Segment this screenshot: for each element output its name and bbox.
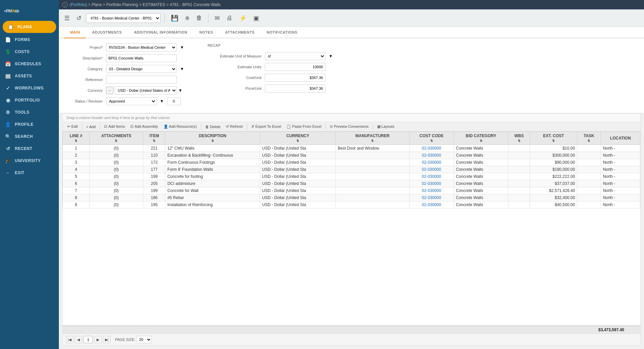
pagination: |◀ ◀ ▶ ▶| PAGE SIZE: 20 50 100 [63, 334, 640, 345]
sidebar-item-profile[interactable]: 👤 PROFILE [0, 118, 59, 130]
table-row[interactable]: 4 (0) 177 Form 8' Foundation Walls USD -… [63, 166, 640, 173]
sidebar-item-exit[interactable]: ← EXIT [0, 167, 59, 179]
cube-button[interactable]: ▣ [251, 13, 261, 23]
table-row[interactable]: 6 (0) 205 DCI addmixture USD - Dollar (U… [63, 180, 640, 187]
table-row[interactable]: 1 (0) 221 12" CMU Walls USD - Dollar (Un… [63, 145, 640, 152]
print-button[interactable]: 🖨 [224, 13, 235, 23]
cost-per-unit-input[interactable] [265, 74, 325, 82]
export-excel-button[interactable]: ✗ Export To Excel [249, 123, 283, 130]
sidebar-item-university[interactable]: 🎓 UNIVERSITY [0, 155, 59, 167]
status-label: Status / Revision [66, 99, 103, 103]
sidebar-item-portfolio[interactable]: ◉ PORTFOLIO [0, 94, 59, 106]
reference-input[interactable] [106, 76, 177, 84]
cell-currency: USD - Dollar (United Sta [260, 180, 336, 187]
page-size-select[interactable]: 20 50 100 [137, 336, 152, 343]
tab-additional-info[interactable]: ADDITIONAL INFORMATION [128, 27, 193, 38]
email-button[interactable]: ✉ [213, 13, 222, 23]
cell-currency: USD - Dollar (United Sta [260, 173, 336, 180]
sidebar-item-assets[interactable]: 🏢 ASSETS [0, 70, 59, 82]
cell-currency: USD - Dollar (United Sta [260, 201, 336, 208]
page-next-button[interactable]: ▶ [94, 336, 102, 343]
add-row-button[interactable]: + Add [84, 124, 98, 130]
cell-description: Form 8' Foundation Walls [165, 166, 260, 173]
portfolio-icon: ◉ [5, 98, 11, 103]
table-row[interactable]: 5 (0) 199 Concrete for footing USD - Dol… [63, 173, 640, 180]
breadcrumb-portfolio-link[interactable]: (Portfolio) [70, 2, 87, 7]
sidebar-item-search[interactable]: 🔍 SEARCH [0, 130, 59, 143]
currency-label: Currency [66, 88, 103, 92]
add-resource-button[interactable]: 👤 Add Resource(s) [162, 123, 199, 130]
add-items-button[interactable]: ☑ Add Items [102, 123, 127, 130]
sidebar-item-tools[interactable]: ⚙ TOOLS [0, 106, 59, 118]
category-label: Category [66, 67, 103, 71]
add-assembly-button[interactable]: ☑ Add Assembly [128, 123, 160, 130]
cell-task [577, 194, 601, 201]
status-select[interactable]: Approved [106, 97, 156, 105]
cell-location: North - [601, 194, 640, 201]
cell-description: 12" CMU Walls [165, 145, 260, 152]
tab-adjustments[interactable]: ADJUSTMENTS [86, 27, 128, 38]
undo-button[interactable]: ↺ [74, 13, 83, 23]
cell-item: 221 [143, 145, 165, 152]
project-selector[interactable]: 4781 - Boston Medical Center - BP01 [86, 13, 160, 23]
description-input[interactable] [106, 54, 177, 62]
delete-button[interactable]: 🗑 [194, 13, 204, 23]
estimate-units-input[interactable] [265, 63, 325, 71]
cell-wbs [508, 152, 530, 159]
cell-task [577, 201, 601, 208]
sidebar-item-forms[interactable]: 📄 FORMS [0, 34, 59, 46]
estimate-uom-select[interactable]: sf [265, 52, 325, 60]
price-per-unit-label: Price/Unit [208, 86, 261, 90]
table-row[interactable]: 2 (0) 110 Excavation & Backfilling- Cont… [63, 152, 640, 159]
refresh-button[interactable]: ↺ Refresh [224, 123, 245, 130]
table-row[interactable]: 8 (0) 186 #5 Rebar USD - Dollar (United … [63, 194, 640, 201]
layouts-button[interactable]: ▦ Layouts [375, 123, 397, 130]
sidebar-item-costs[interactable]: 💲 COSTS [0, 46, 59, 58]
table-row[interactable]: 9 (0) 195 Installation of Reinforcing US… [63, 201, 640, 208]
recent-icon: ↺ [5, 146, 11, 151]
save-button[interactable]: 💾 [169, 13, 180, 23]
page-prev-button[interactable]: ◀ [75, 336, 82, 343]
tab-notes[interactable]: NOTES [193, 27, 219, 38]
revision-input[interactable] [167, 97, 181, 105]
cell-item: 186 [143, 194, 165, 201]
menu-button[interactable]: ☰ [62, 13, 72, 23]
assets-icon: 🏢 [5, 73, 11, 79]
info-icon[interactable]: i [62, 2, 68, 7]
tab-notifications[interactable]: NOTIFICATIONS [261, 27, 303, 38]
table-header-row: LINE #⇅ ATTACHMENTS⇅ ITEM⇅ DESCRIPTION⇅ … [63, 132, 640, 145]
page-first-button[interactable]: |◀ [66, 336, 73, 343]
sidebar-item-recent[interactable]: ↺ RECENT [0, 143, 59, 155]
estimate-units-label: Estimate Units [208, 65, 261, 69]
page-current-input[interactable] [83, 336, 93, 343]
cell-wbs [508, 194, 530, 201]
edit-button[interactable]: ✏ Edit [65, 123, 80, 130]
lightning-button[interactable]: ⚡ [237, 13, 249, 23]
tab-main[interactable]: MAIN [64, 27, 86, 38]
add-button[interactable]: ⊕ [183, 13, 191, 23]
table-row[interactable]: 7 (0) 199 Concrete for Wall USD - Dollar… [63, 187, 640, 194]
cell-manufacturer [335, 159, 409, 166]
table-row[interactable]: 3 (0) 172 Form Continuous Footings USD -… [63, 159, 640, 166]
project-select[interactable]: RVS0104 - Boston Medical Center [106, 43, 177, 51]
estimate-uom-label: Estimate Unit of Measure [208, 54, 261, 58]
sidebar-item-workflows[interactable]: ✓ WORKFLOWS [0, 82, 59, 94]
cell-currency: USD - Dollar (United Sta [260, 152, 336, 159]
category-select[interactable]: 03 - Detailed Design [106, 65, 177, 73]
cell-item: 110 [143, 152, 165, 159]
sidebar-item-schedules[interactable]: 📅 SCHEDULES [0, 58, 59, 70]
delete-row-button[interactable]: 🗑 Delete [203, 124, 223, 130]
sidebar-item-plans[interactable]: 📋 PLANS [3, 21, 56, 33]
paste-excel-button[interactable]: 📋 Paste From Excel [284, 123, 323, 130]
price-per-unit-input[interactable] [265, 84, 325, 92]
currency-select[interactable]: USD - Dollar (United States of America) [115, 86, 177, 94]
tab-attachments[interactable]: ATTACHMENTS [219, 27, 261, 38]
cell-attach: (0) [89, 173, 143, 180]
toolbar: ☰ ↺ 4781 - Boston Medical Center - BP01 … [59, 9, 644, 27]
cell-item: 195 [143, 201, 165, 208]
page-last-button[interactable]: ▶| [103, 336, 110, 343]
currency-dots-button[interactable]: ··· [106, 87, 113, 94]
grid-table-container: LINE #⇅ ATTACHMENTS⇅ ITEM⇅ DESCRIPTION⇅ … [63, 131, 640, 325]
col-bid-category: BID CATEGORY⇅ [454, 132, 508, 145]
preview-conversions-button[interactable]: ⊙ Preview Conversions [328, 123, 370, 130]
